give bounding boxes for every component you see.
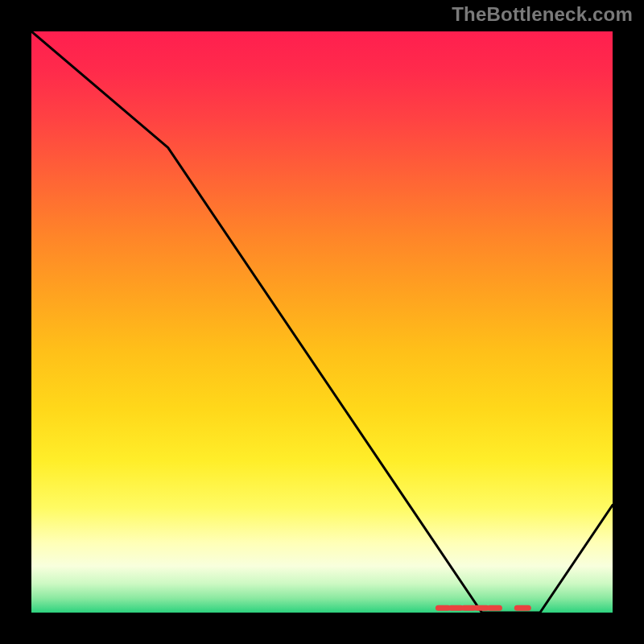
curve-path (31, 31, 613, 613)
chart-svg (31, 31, 613, 613)
chart-plot-area (28, 28, 616, 616)
watermark-text: TheBottleneck.com (452, 3, 633, 26)
chart-wrapper: TheBottleneck.com (0, 0, 644, 644)
